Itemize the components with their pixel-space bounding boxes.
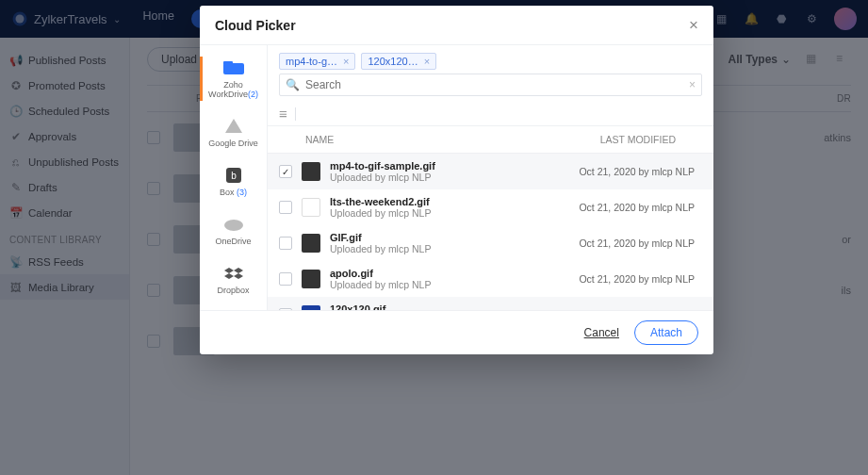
source-google-drive[interactable]: Google Drive <box>200 113 267 152</box>
source-zoho-workdrive[interactable]: Zoho WorkDrive(2) <box>200 55 267 103</box>
file-row[interactable]: apolo.gifUploaded by mlcp NLP Oct 21, 20… <box>268 261 713 297</box>
search-field[interactable]: 🔍 × <box>279 74 702 96</box>
file-checkbox[interactable] <box>279 201 292 214</box>
chip[interactable]: mp4-to-g…× <box>279 53 355 70</box>
svg-marker-9 <box>234 268 243 273</box>
source-box[interactable]: b Box (3) <box>200 162 267 201</box>
col-modified: LAST MODIFIED <box>600 134 676 145</box>
svg-marker-4 <box>225 119 242 133</box>
modal-footer: Cancel Attach <box>200 310 713 354</box>
file-checkbox[interactable] <box>279 272 292 286</box>
dropbox-icon <box>221 264 246 283</box>
hamburger-icon[interactable]: ≡ <box>279 106 287 122</box>
file-checkbox[interactable] <box>279 165 292 178</box>
box-icon: b <box>221 166 246 185</box>
cloud-picker-modal: Cloud Picker × Zoho WorkDrive(2) Google … <box>200 6 713 354</box>
close-icon[interactable]: × <box>689 17 698 33</box>
file-row[interactable]: 120x120.gifUploaded by mlcp NLP Oct 21, … <box>268 297 713 310</box>
svg-point-7 <box>224 220 243 231</box>
modal-title: Cloud Picker <box>215 18 296 33</box>
file-row[interactable]: Its-the-weekend2.gifUploaded by mlcp NLP… <box>268 189 713 225</box>
col-name: NAME <box>305 134 600 145</box>
cloud-sources: Zoho WorkDrive(2) Google Drive b Box (3)… <box>200 45 268 310</box>
file-row[interactable]: mp4-to-gif-sample.gifUploaded by mlcp NL… <box>268 154 713 189</box>
attach-button[interactable]: Attach <box>634 320 698 345</box>
search-input[interactable] <box>305 78 683 91</box>
chip-remove-icon[interactable]: × <box>424 56 430 67</box>
divider <box>295 107 296 121</box>
chip[interactable]: 120x120…× <box>361 53 436 70</box>
file-type-icon <box>302 270 320 288</box>
google-drive-icon <box>221 117 246 136</box>
file-checkbox[interactable] <box>279 237 292 250</box>
selected-chips: mp4-to-g…× 120x120…× <box>268 45 713 74</box>
chip-remove-icon[interactable]: × <box>343 56 349 67</box>
svg-rect-3 <box>223 61 233 65</box>
svg-marker-8 <box>224 268 234 273</box>
file-type-icon <box>302 234 320 253</box>
svg-marker-11 <box>234 273 243 279</box>
file-row[interactable]: GIF.gifUploaded by mlcp NLP Oct 21, 2020… <box>268 225 713 261</box>
file-list: mp4-to-gif-sample.gifUploaded by mlcp NL… <box>268 154 713 310</box>
clear-icon[interactable]: × <box>689 78 696 91</box>
breadcrumb-row: ≡ <box>268 102 713 125</box>
cancel-button[interactable]: Cancel <box>584 326 619 339</box>
file-type-icon <box>302 162 320 181</box>
zoho-workdrive-icon <box>221 58 246 77</box>
source-onedrive[interactable]: OneDrive <box>200 211 267 250</box>
svg-text:b: b <box>231 171 237 181</box>
file-picker-pane: mp4-to-g…× 120x120…× 🔍 × ≡ NAME LAST MOD… <box>268 45 713 310</box>
search-icon: 🔍 <box>286 78 300 91</box>
svg-marker-10 <box>224 273 234 279</box>
file-type-icon <box>302 198 320 217</box>
modal-header: Cloud Picker × <box>200 6 713 44</box>
onedrive-icon <box>221 215 246 234</box>
file-list-header: NAME LAST MODIFIED <box>268 125 713 154</box>
source-dropbox[interactable]: Dropbox <box>200 260 267 299</box>
